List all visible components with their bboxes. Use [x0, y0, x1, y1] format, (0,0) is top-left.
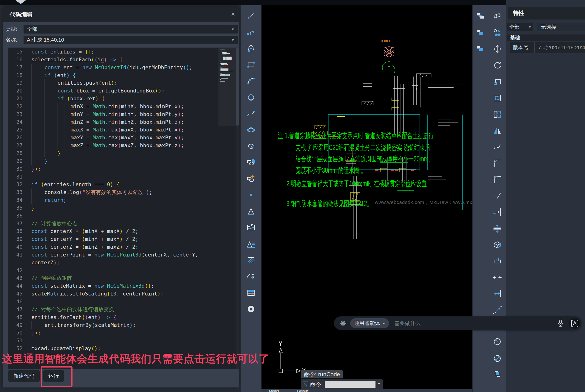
create-block-tool-button[interactable]: [246, 174, 256, 184]
scale-tool-button[interactable]: [492, 76, 502, 87]
microphone-icon[interactable]: [557, 320, 564, 327]
edit-spline-tool-button[interactable]: [492, 142, 502, 152]
section-basic: 基础: [507, 34, 585, 41]
rev-cloud-tool-button[interactable]: [246, 271, 256, 282]
ai-assistant-button[interactable]: [569, 318, 580, 329]
pasteclip-tool-button[interactable]: [476, 28, 486, 38]
point-tool-button[interactable]: [246, 190, 256, 200]
table-tool-button[interactable]: [246, 288, 256, 298]
indent-guide: [51, 95, 58, 103]
rotate-tool-button[interactable]: [492, 60, 502, 70]
indent-guide: [51, 79, 58, 87]
distance-tool-button[interactable]: [492, 288, 502, 299]
code-line: 34return;: [8, 196, 239, 204]
donut-tool-button[interactable]: [246, 304, 256, 314]
ai-input-placeholder[interactable]: 需要做什么: [394, 320, 420, 327]
minimap-line: [220, 52, 235, 52]
line-number: 32: [8, 181, 22, 188]
app-diamond-logo-icon: [15, 0, 26, 4]
chevron-down-icon: [529, 23, 531, 31]
chevron-down-icon: [382, 322, 385, 324]
circle-tool-button[interactable]: [246, 92, 256, 102]
minimap-line: [220, 71, 235, 71]
command-input[interactable]: [325, 381, 376, 388]
extend-tool-button[interactable]: [492, 207, 502, 217]
name-select[interactable]: AI生成 15:40:10: [24, 36, 238, 44]
polyline-tool-button[interactable]: [246, 27, 256, 37]
erase-tool-button[interactable]: [492, 11, 502, 22]
code-text: const scaleMatrix = new McGeMatrix3d();: [32, 282, 154, 290]
watermark-text: www.webcadsdk.com，MxDraw：www.mx: [375, 199, 472, 206]
agent-selector[interactable]: 通用智能体: [350, 318, 389, 328]
flower-sketch: [382, 40, 395, 73]
code-line: 37// 计算缩放中心点: [8, 220, 239, 228]
ellipse-arc-tool-button[interactable]: [246, 141, 256, 151]
polygon-tool-button[interactable]: [246, 43, 256, 54]
pasteblock-tool-button[interactable]: [476, 44, 486, 54]
fillet-icon: [492, 174, 502, 185]
rectangle-tool-button[interactable]: [246, 60, 256, 70]
image-tool-button[interactable]: [246, 222, 256, 233]
new-code-button[interactable]: 新建代码: [8, 370, 40, 382]
spline-tool-button[interactable]: [246, 108, 256, 118]
minimap[interactable]: [220, 49, 235, 82]
gear-icon[interactable]: [340, 320, 346, 327]
move-tool-button[interactable]: [492, 44, 502, 54]
copy-tool-button[interactable]: [492, 28, 502, 38]
arc-tool-button[interactable]: [246, 76, 256, 86]
tab-layout1[interactable]: Layout1: [297, 389, 310, 392]
cad-note-line: 2.明敷立管管径大于或等于100mm时,在楼板贯穿部位应设置: [286, 179, 427, 189]
indent-guide: [32, 142, 38, 150]
break-tool-button[interactable]: [492, 256, 502, 266]
diameter-tool-button[interactable]: [492, 353, 502, 364]
mirror-tool-button[interactable]: [492, 125, 502, 136]
type-select[interactable]: 全部: [24, 25, 238, 34]
ellipse-tool-button[interactable]: [246, 124, 256, 135]
copyclip-tool-button[interactable]: [476, 11, 486, 22]
indent-guide: [44, 79, 51, 87]
text-tool-button[interactable]: [246, 206, 256, 216]
indent-guide: [32, 322, 38, 329]
indent-guide: [32, 118, 38, 126]
indent-guide: [32, 103, 38, 110]
indent-guide: [44, 87, 51, 95]
radius-tool-button[interactable]: [492, 336, 502, 346]
ucs-axis-icon: [279, 348, 300, 373]
align-tool-button[interactable]: [492, 305, 502, 315]
explode-tool-button[interactable]: [492, 240, 502, 250]
indent-guide: [51, 87, 58, 95]
command-expand-caret[interactable]: ^: [378, 382, 380, 387]
indent-guide: [38, 110, 45, 118]
code-text: minX = Math.min(minX, bbox.minPt.x);: [32, 103, 184, 110]
join-tool-button[interactable]: [492, 272, 502, 283]
line-number: 22: [8, 103, 22, 110]
polyline-icon: [246, 27, 256, 37]
code-lines: 15const entities = [];16selectedIds.forE…: [8, 48, 239, 352]
indent-guide: [51, 150, 58, 157]
line-number: 37: [8, 220, 22, 228]
offset-tool-button[interactable]: [492, 93, 502, 103]
line-tool-button[interactable]: [246, 10, 256, 21]
line-number: 24: [8, 118, 22, 126]
chamfer-icon: [492, 158, 502, 168]
draworder-tool-button[interactable]: [492, 369, 502, 380]
array-tool-button[interactable]: [492, 109, 502, 120]
tab-model[interactable]: Model: [266, 389, 296, 392]
scrollbar-thumb[interactable]: [236, 48, 239, 126]
cad-canvas[interactable]: Y X 注:1.管道穿越楼板处为固定支承点时,管道安装结束应配合土建进行 支模,…: [262, 5, 472, 392]
indent-guide: [32, 157, 38, 165]
properties-filter-select[interactable]: 全部: [507, 23, 533, 31]
minimap-line: [220, 59, 235, 60]
mtext-tool-button[interactable]: [246, 239, 256, 249]
line-number: 19: [8, 79, 22, 87]
hatch-tool-button[interactable]: [246, 255, 256, 265]
insert-block-tool-button[interactable]: [246, 157, 256, 168]
code-editor-area[interactable]: 15const entities = [];16selectedIds.forE…: [8, 48, 239, 369]
stretch-tool-button[interactable]: [492, 223, 502, 234]
fillet-tool-button[interactable]: [492, 174, 502, 185]
chamfer-tool-button[interactable]: [492, 158, 502, 168]
code-text: const centerX = (minX + maxX) / 2;: [32, 228, 138, 235]
close-icon[interactable]: ×: [231, 7, 235, 22]
trim-tool-button[interactable]: [492, 191, 502, 201]
vertical-scrollbar[interactable]: [236, 48, 239, 369]
